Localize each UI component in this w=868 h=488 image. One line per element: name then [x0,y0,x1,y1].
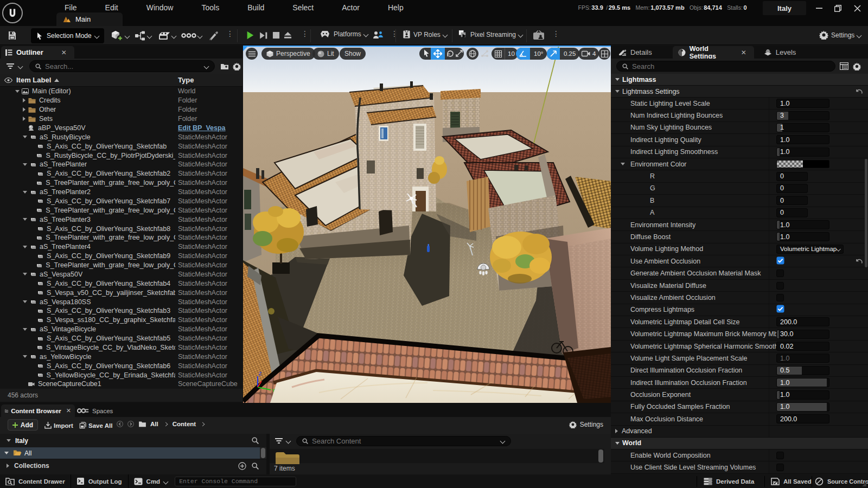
svg-text:Z: Z [259,371,262,376]
svg-text:Y: Y [272,388,275,393]
